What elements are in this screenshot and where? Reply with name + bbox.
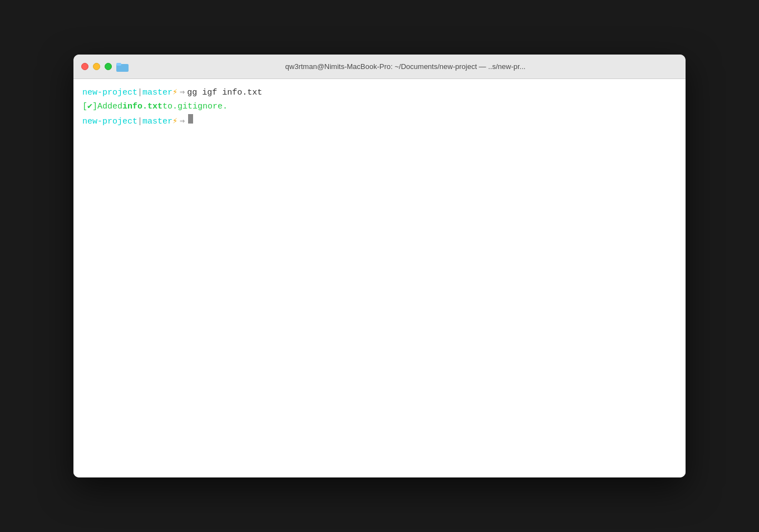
- window-title: qw3rtman@Nimits-MacBook-Pro: ~/Documents…: [133, 62, 678, 71]
- terminal-line-3: new-project|master⚡⇒: [82, 114, 677, 129]
- close-button[interactable]: [81, 63, 88, 70]
- prompt-project-3: new-project: [82, 116, 137, 129]
- prompt-lightning-3: ⚡: [172, 116, 178, 129]
- maximize-button[interactable]: [105, 63, 112, 70]
- prompt-separator-3: |: [137, 116, 142, 129]
- prompt-separator-1: |: [137, 87, 142, 100]
- terminal-line-2: [✔] Added info.txt to .gitignore.: [82, 101, 677, 114]
- success-added: Added: [97, 101, 122, 114]
- success-to: to: [162, 101, 172, 114]
- prompt-project-1: new-project: [82, 87, 137, 100]
- folder-icon: [116, 62, 129, 72]
- prompt-arrow-1: ⇒: [180, 87, 185, 100]
- titlebar: qw3rtman@Nimits-MacBook-Pro: ~/Documents…: [73, 55, 686, 79]
- terminal-line-1: new-project|master⚡⇒gg igf info.txt: [82, 87, 677, 100]
- svg-rect-1: [116, 63, 121, 66]
- success-bracket: [✔]: [82, 101, 97, 114]
- success-filename: info.txt: [122, 101, 162, 114]
- terminal-cursor: [188, 114, 193, 124]
- terminal-body[interactable]: new-project|master⚡⇒gg igf info.txt [✔] …: [73, 79, 686, 477]
- prompt-branch-3: master: [142, 116, 172, 129]
- command-text-1: gg igf info.txt: [187, 87, 262, 100]
- prompt-branch-1: master: [142, 87, 172, 100]
- prompt-lightning-1: ⚡: [172, 87, 178, 100]
- terminal-window: qw3rtman@Nimits-MacBook-Pro: ~/Documents…: [73, 55, 686, 477]
- prompt-arrow-3: ⇒: [180, 116, 185, 129]
- minimize-button[interactable]: [93, 63, 100, 70]
- success-gitignore: .gitignore.: [172, 101, 228, 114]
